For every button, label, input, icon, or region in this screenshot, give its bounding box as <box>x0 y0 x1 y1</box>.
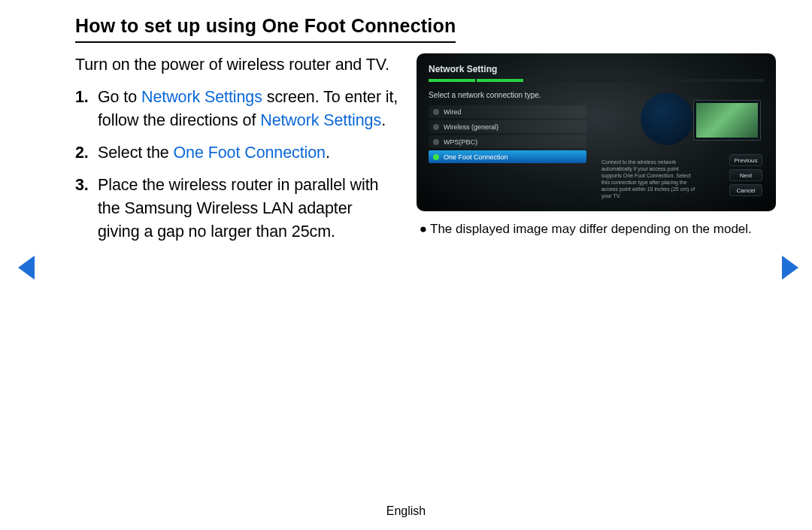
tv-title: Network Setting <box>429 64 764 74</box>
step-1-link-2: Network Settings <box>260 111 381 129</box>
tv-option-label: Wireless (general) <box>444 123 498 131</box>
step-1-text-c: . <box>381 111 386 129</box>
tv-option-label: WPS(PBC) <box>444 138 477 146</box>
bullet-icon: ● <box>417 220 430 238</box>
globe-icon <box>641 92 693 145</box>
tv-option-wired[interactable]: Wired <box>429 105 586 118</box>
tv-option-label: Wired <box>444 108 462 116</box>
tv-screenshot: Network Setting Select a network connect… <box>417 53 776 211</box>
tv-progress-bar <box>429 79 764 82</box>
tv-description: Connect to the wireless network automati… <box>601 159 699 200</box>
prev-page-arrow-icon[interactable] <box>18 256 35 280</box>
monitor-icon <box>693 100 761 141</box>
step-1-link-1: Network Settings <box>141 88 262 106</box>
radio-icon <box>433 139 439 145</box>
tv-previous-button[interactable]: Previous <box>729 154 762 166</box>
step-3: Place the wireless router in parallel wi… <box>75 174 398 244</box>
radio-icon <box>433 124 439 130</box>
tv-next-button[interactable]: Next <box>729 169 762 181</box>
step-1: Go to Network Settings screen. To enter … <box>75 86 398 132</box>
tv-option-wps[interactable]: WPS(PBC) <box>429 135 586 148</box>
radio-icon <box>433 154 439 160</box>
image-caption: ● The displayed image may differ dependi… <box>417 220 777 238</box>
tv-options-list: Wired Wireless (general) WPS(PBC) One Fo… <box>429 105 586 163</box>
footer-language: English <box>0 504 812 518</box>
step-2: Select the One Foot Connection. <box>75 141 398 165</box>
caption-text: The displayed image may differ depending… <box>430 220 752 238</box>
tv-option-label: One Foot Connection <box>444 153 508 161</box>
next-page-arrow-icon[interactable] <box>782 256 798 280</box>
page-heading: How to set up using One Foot Connection <box>75 15 456 43</box>
intro-text: Turn on the power of wireless router and… <box>75 53 398 77</box>
step-2-text-a: Select the <box>98 144 174 162</box>
step-1-text-a: Go to <box>98 88 141 106</box>
step-2-text-b: . <box>326 144 330 162</box>
tv-option-wireless[interactable]: Wireless (general) <box>429 120 586 133</box>
tv-cancel-button[interactable]: Cancel <box>729 184 762 196</box>
tv-graphic <box>641 92 761 145</box>
radio-icon <box>433 109 439 115</box>
tv-option-onefoot[interactable]: One Foot Connection <box>429 150 586 163</box>
step-2-link: One Foot Connection <box>174 144 326 162</box>
